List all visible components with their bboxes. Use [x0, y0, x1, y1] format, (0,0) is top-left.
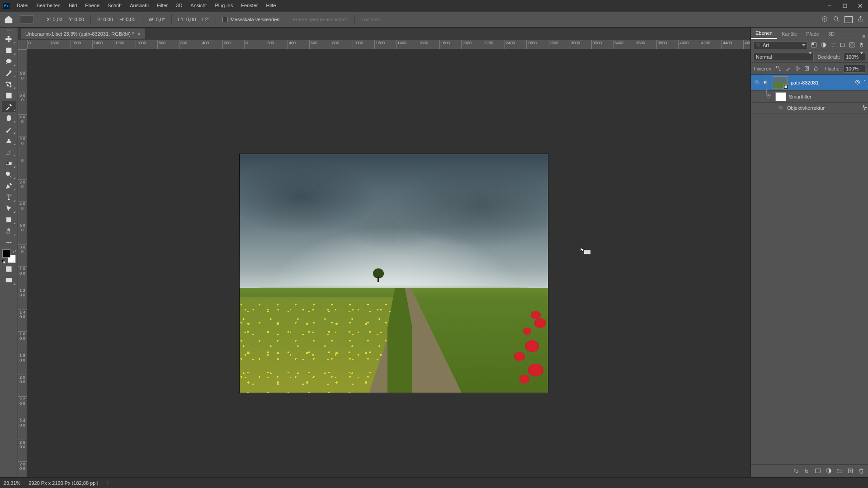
layer-fx-icon[interactable]: fx: [804, 468, 810, 475]
filter-row[interactable]: Objektivkorrektur: [751, 103, 868, 113]
foreground-color[interactable]: [2, 249, 10, 258]
clone-stamp-tool[interactable]: [2, 135, 16, 146]
quick-mask-tool[interactable]: [2, 263, 16, 274]
delete-layer-icon[interactable]: [858, 468, 864, 475]
pen-tool[interactable]: [2, 180, 16, 191]
filter-smart-icon[interactable]: [848, 41, 856, 49]
tab-paths[interactable]: Pfade: [802, 29, 824, 39]
visibility-toggle[interactable]: [764, 93, 773, 100]
use-measure-scale-checkbox[interactable]: Messskala verwenden: [222, 17, 280, 22]
toolbar-grip[interactable]: [2, 30, 16, 33]
menu-help[interactable]: Hilfe: [262, 0, 280, 11]
document-tab[interactable]: Unbenannt-1 bei 23,3% (path-832031, RGB/…: [21, 28, 145, 39]
share-button[interactable]: [857, 15, 864, 23]
lock-artboard-icon[interactable]: [803, 65, 810, 72]
filter-toggle[interactable]: [857, 41, 865, 49]
filter-mask-thumbnail[interactable]: [775, 92, 786, 101]
menu-type[interactable]: Schrift: [104, 0, 126, 11]
eyedropper-tool[interactable]: [2, 101, 16, 112]
menu-filter[interactable]: Filter: [153, 0, 172, 11]
layer-collapse-icon[interactable]: ˄: [863, 80, 866, 85]
filter-pixel-icon[interactable]: [810, 41, 818, 49]
svg-rect-35: [777, 66, 778, 68]
filter-name[interactable]: Objektivkorrektur: [787, 105, 859, 111]
lock-transparency-icon[interactable]: [775, 65, 782, 72]
menu-view[interactable]: Ansicht: [186, 0, 211, 11]
magic-wand-tool[interactable]: [2, 67, 16, 78]
lock-all-icon[interactable]: [812, 65, 819, 72]
cloud-docs-icon[interactable]: [821, 15, 828, 23]
dodge-tool[interactable]: [2, 169, 16, 180]
close-tab-icon[interactable]: ×: [137, 31, 140, 37]
canvas[interactable]: [27, 49, 750, 477]
layer-thumbnail[interactable]: ▣: [773, 76, 788, 89]
maximize-button[interactable]: [837, 0, 853, 11]
move-tool[interactable]: [2, 33, 16, 44]
tab-channels[interactable]: Kanäle: [777, 29, 802, 39]
horizontal-ruler[interactable]: 0180016001400120010008006004002000200400…: [27, 40, 750, 49]
brush-tool[interactable]: [2, 124, 16, 135]
workspace-switcher-icon[interactable]: [844, 16, 853, 23]
filter-shape-icon[interactable]: [838, 41, 846, 49]
menu-layer[interactable]: Ebene: [81, 0, 104, 11]
gradient-tool[interactable]: [2, 158, 16, 169]
color-swatches[interactable]: ⇄: [2, 249, 16, 263]
minimize-button[interactable]: [822, 0, 837, 11]
hand-tool[interactable]: [2, 225, 16, 236]
straighten-layer-button[interactable]: Ebene gerade ausrichten: [292, 17, 348, 22]
menu-plugins[interactable]: Plug-ins: [211, 0, 237, 11]
menu-edit[interactable]: Bearbeiten: [33, 0, 65, 11]
eraser-tool[interactable]: [2, 146, 16, 157]
current-tool-icon[interactable]: [20, 15, 33, 23]
tab-layers[interactable]: Ebenen: [751, 28, 777, 39]
vertical-ruler[interactable]: 8 0 06 0 04 0 02 0 002 0 04 0 06 0 08 0 …: [18, 49, 27, 477]
layer-mask-icon[interactable]: [815, 468, 821, 475]
tab-3d[interactable]: 3D: [824, 29, 839, 39]
group-layers-icon[interactable]: [836, 468, 843, 475]
menu-3d[interactable]: 3D: [172, 0, 186, 11]
menu-window[interactable]: Fenster: [237, 0, 262, 11]
document-image[interactable]: [240, 154, 548, 393]
type-tool[interactable]: [2, 192, 16, 202]
layer-kind-filter[interactable]: Art: [754, 41, 808, 49]
filter-blend-options-icon[interactable]: [862, 104, 868, 112]
healing-brush-tool[interactable]: [2, 113, 16, 123]
visibility-toggle[interactable]: [778, 105, 784, 111]
lasso-tool[interactable]: [2, 56, 16, 67]
path-selection-tool[interactable]: [2, 203, 16, 214]
panel-menu-icon[interactable]: ≡: [860, 33, 868, 39]
swap-colors-icon[interactable]: ⇄: [13, 249, 16, 253]
filter-type-icon[interactable]: [829, 41, 837, 49]
marquee-tool[interactable]: [2, 45, 16, 56]
menu-image[interactable]: Bild: [65, 0, 81, 11]
adjustment-layer-icon[interactable]: [826, 468, 832, 475]
filter-adjust-icon[interactable]: [819, 41, 827, 49]
new-layer-icon[interactable]: [847, 468, 854, 475]
screen-mode-tool[interactable]: [2, 275, 16, 286]
home-button[interactable]: [4, 14, 14, 24]
opacity-input[interactable]: 100%: [844, 53, 865, 61]
doc-dimensions[interactable]: 2920 Px x 2160 Px (182,88 ppi): [28, 480, 98, 486]
visibility-toggle[interactable]: [753, 79, 761, 86]
link-layers-icon[interactable]: [793, 468, 799, 475]
default-colors-icon[interactable]: [2, 260, 5, 263]
blend-mode-select[interactable]: Normal: [754, 53, 814, 61]
layer-row[interactable]: ▾ ▣ path-832031 ˄: [751, 75, 868, 91]
frame-tool[interactable]: [2, 90, 16, 101]
crop-tool[interactable]: [2, 79, 16, 89]
clear-button[interactable]: Löschen: [361, 17, 380, 22]
smart-filters-row[interactable]: Smartfilter: [751, 91, 868, 103]
layer-name[interactable]: path-832031: [791, 80, 852, 85]
disclosure-triangle[interactable]: ▾: [764, 80, 770, 85]
fill-input[interactable]: 100%: [844, 65, 865, 73]
search-icon[interactable]: [833, 15, 840, 23]
more-tools[interactable]: [2, 237, 16, 248]
menu-file[interactable]: Datei: [13, 0, 33, 11]
status-flyout-icon[interactable]: 〉: [106, 479, 111, 486]
menu-select[interactable]: Auswahl: [126, 0, 153, 11]
shape-tool[interactable]: [2, 214, 16, 225]
close-button[interactable]: [853, 0, 868, 11]
lock-position-icon[interactable]: [794, 65, 801, 72]
lock-pixels-icon[interactable]: [785, 65, 792, 72]
zoom-level[interactable]: 23,31%: [4, 480, 20, 486]
